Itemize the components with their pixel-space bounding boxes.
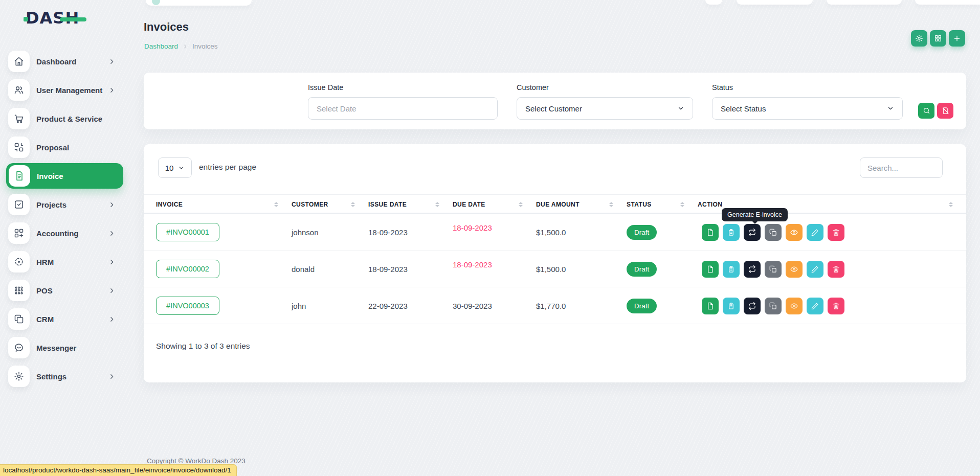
sidebar-item-projects[interactable]: Projects: [0, 190, 130, 219]
view-button[interactable]: [786, 298, 803, 314]
due-amount-cell: $1,500.0: [536, 228, 627, 237]
sort-icon[interactable]: [949, 202, 953, 207]
sidebar-item-proposal[interactable]: Proposal: [0, 133, 130, 162]
page-size-select[interactable]: 10: [158, 157, 192, 178]
sidebar-item-dashboard[interactable]: Dashboard: [0, 47, 130, 76]
delete-button[interactable]: [828, 298, 844, 314]
sidebar-item-invoice[interactable]: Invoice: [6, 163, 123, 189]
page-size-value: 10: [165, 164, 174, 172]
brand-logo[interactable]: DASH: [26, 8, 79, 29]
sidebar-item-hrm[interactable]: HRM: [0, 247, 130, 276]
invoice-number-badge[interactable]: #INVO00003: [156, 297, 219, 315]
users-icon: [8, 79, 30, 101]
apply-filter-button[interactable]: [918, 103, 934, 119]
column-header-due-date[interactable]: DUE DATE: [453, 195, 536, 214]
generate-einvoice-button[interactable]: [744, 224, 761, 241]
filter-card: Issue Date Customer Select Customer Stat…: [144, 73, 966, 129]
invoice-file-button[interactable]: [702, 298, 719, 314]
delete-button[interactable]: [828, 224, 844, 241]
due-date-cell: 18-09-2023: [453, 260, 536, 269]
trash-icon: [832, 265, 840, 273]
logo-accent-dash: [60, 17, 86, 21]
duplicate-button[interactable]: [765, 261, 782, 278]
sort-icon[interactable]: [435, 202, 439, 207]
column-header-status[interactable]: STATUS: [627, 195, 698, 214]
top-fragment-card: [915, 0, 980, 5]
issue-date-cell: 22-09-2023: [368, 302, 453, 310]
reset-filter-button[interactable]: [937, 103, 953, 119]
grid-icon: [934, 34, 942, 42]
sidebar-item-messenger[interactable]: Messenger: [0, 333, 130, 362]
status-select[interactable]: Select Status: [712, 97, 903, 120]
home-icon: [8, 51, 30, 72]
logo-accent-dot: [24, 17, 28, 21]
copy-link-button[interactable]: [723, 298, 740, 314]
sidebar-item-pos[interactable]: POS: [0, 276, 130, 305]
settings-button[interactable]: [911, 30, 927, 47]
column-header-customer[interactable]: CUSTOMER: [292, 195, 368, 214]
eye-icon: [790, 229, 798, 236]
clipboard-icon: [727, 265, 735, 273]
copy-link-button[interactable]: [723, 224, 740, 241]
issue-date-label: Issue Date: [308, 83, 498, 92]
duplicate-button[interactable]: [765, 298, 782, 314]
invoice-file-button[interactable]: [702, 224, 719, 241]
delete-button[interactable]: [828, 261, 844, 278]
customer-select[interactable]: Select Customer: [517, 97, 693, 120]
edit-button[interactable]: [807, 261, 823, 278]
sidebar-item-crm[interactable]: CRM: [0, 305, 130, 333]
trash-icon: [832, 302, 840, 310]
file-icon: [706, 265, 714, 273]
status-badge: Draft: [627, 262, 657, 277]
sidebar-item-settings[interactable]: Settings: [0, 362, 130, 391]
chevron-right-icon: [108, 230, 115, 237]
search-icon: [923, 107, 930, 115]
copy-icon: [769, 302, 777, 310]
table-search-input[interactable]: [860, 157, 943, 178]
grid-view-button[interactable]: [930, 30, 946, 47]
gear-icon: [8, 366, 30, 387]
chevron-down-icon: [887, 105, 894, 112]
top-fragment-card: [737, 0, 813, 5]
invoice-number-badge[interactable]: #INVO00002: [156, 260, 219, 278]
chevron-right-icon: [108, 201, 115, 208]
sort-icon[interactable]: [680, 202, 684, 207]
chevron-right-icon: [108, 259, 115, 265]
customer-cell: donald: [292, 265, 368, 274]
sort-icon[interactable]: [274, 202, 278, 207]
column-header-issue-date[interactable]: ISSUE DATE: [368, 195, 453, 214]
generate-einvoice-button[interactable]: [744, 261, 761, 278]
invoice-file-button[interactable]: [702, 261, 719, 278]
page-title: Invoices: [144, 20, 189, 34]
create-invoice-button[interactable]: [949, 30, 965, 47]
sidebar-item-user-management[interactable]: User Management: [0, 76, 130, 104]
row-actions: [698, 261, 954, 278]
sort-icon[interactable]: [351, 202, 355, 207]
chevron-down-icon: [178, 165, 185, 171]
repeat-icon: [748, 302, 756, 310]
column-header-due-amount[interactable]: DUE AMOUNT: [536, 195, 627, 214]
issue-date-input[interactable]: [308, 97, 498, 120]
duplicate-button[interactable]: [765, 224, 782, 241]
generate-einvoice-button[interactable]: [744, 298, 761, 314]
edit-button[interactable]: [807, 298, 823, 314]
column-header-invoice[interactable]: INVOICE: [156, 195, 292, 214]
sidebar-item-product-service[interactable]: Product & Service: [0, 104, 130, 133]
trash-icon: [832, 229, 840, 236]
sort-icon[interactable]: [609, 202, 613, 207]
sidebar-item-accounting[interactable]: Accounting: [0, 219, 130, 247]
invoice-number-badge[interactable]: #INVO00001: [156, 223, 219, 241]
sidebar-item-label: Invoice: [37, 172, 63, 180]
copy-link-button[interactable]: [723, 261, 740, 278]
due-amount-cell: $1,770.0: [536, 302, 627, 310]
eye-icon: [790, 302, 798, 310]
edit-button[interactable]: [807, 224, 823, 241]
file-icon: [706, 302, 714, 310]
breadcrumb: Dashboard Invoices: [144, 42, 218, 50]
view-button[interactable]: [786, 224, 803, 241]
table-row: #INVO00003 john 22-09-2023 30-09-2023 $1…: [144, 287, 966, 324]
sort-icon[interactable]: [519, 202, 523, 207]
view-button[interactable]: [786, 261, 803, 278]
sidebar-item-label: HRM: [36, 258, 54, 266]
breadcrumb-dashboard-link[interactable]: Dashboard: [144, 42, 178, 50]
